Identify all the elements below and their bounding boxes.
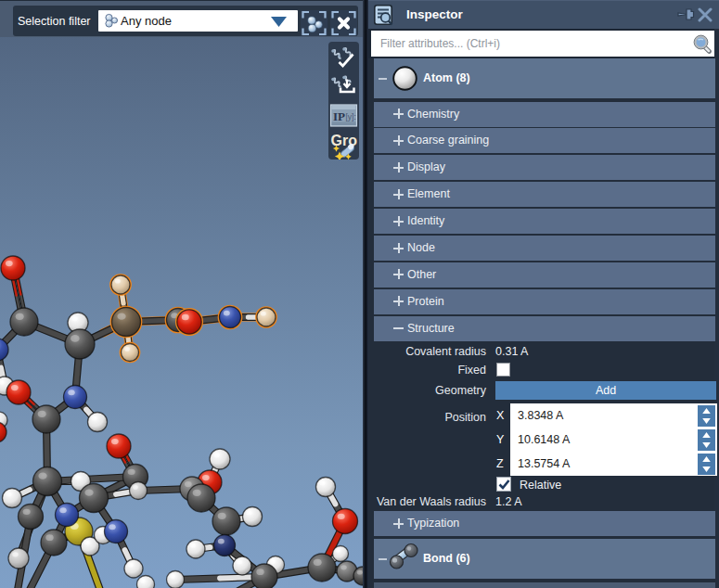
svg-text:[y]:: [y]: [346, 112, 356, 121]
svg-text:IP: IP [333, 109, 345, 123]
